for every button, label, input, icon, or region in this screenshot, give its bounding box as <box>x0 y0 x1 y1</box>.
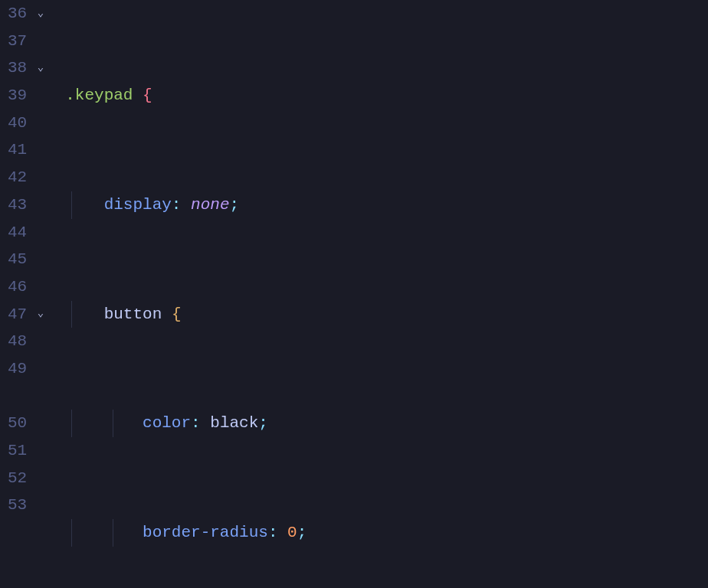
chevron-down-icon[interactable]: ⌄ <box>38 0 44 28</box>
semicolon: ; <box>230 196 240 214</box>
colon: : <box>172 196 182 214</box>
code-line: color: black; <box>65 410 708 437</box>
chevron-down-icon[interactable]: ⌄ <box>38 54 44 82</box>
selector-element: button <box>104 305 162 323</box>
line-number: 47⌄ <box>8 301 27 328</box>
line-number: 41 <box>8 136 27 164</box>
line-number: 36⌄ <box>8 0 27 28</box>
line-number-gutter: 36⌄ 37 38⌄ 39 40 41 42 43 44 45 46 47⌄ 4… <box>0 0 47 588</box>
css-property: display <box>104 196 172 214</box>
css-number: 0 <box>287 524 297 541</box>
brace-open: { <box>172 305 182 323</box>
css-property: border-radius <box>143 524 268 541</box>
line-number: 50 <box>8 410 27 437</box>
line-number: 43 <box>8 191 27 219</box>
line-number: 52 <box>8 465 27 492</box>
line-number: 51 <box>8 437 27 465</box>
chevron-down-icon[interactable]: ⌄ <box>38 301 44 328</box>
code-line: button { <box>65 301 708 328</box>
code-line: border-radius: 0; <box>65 519 708 547</box>
line-number: 48 <box>8 328 27 355</box>
line-number: 37 <box>8 28 27 55</box>
selector-class: .keypad <box>65 87 133 104</box>
line-number: 38⌄ <box>8 54 27 82</box>
brace-open: { <box>143 87 152 104</box>
code-editor: 36⌄ 37 38⌄ 39 40 41 42 43 44 45 46 47⌄ 4… <box>0 0 708 588</box>
code-line: .keypad { <box>65 82 708 109</box>
line-number: 49 <box>8 355 27 383</box>
line-number: 53 <box>8 492 27 519</box>
line-number: 39 <box>8 82 27 109</box>
line-number: 45 <box>8 246 27 273</box>
css-property: color <box>143 414 191 432</box>
code-line: display: none; <box>65 191 708 219</box>
line-number: 46 <box>8 273 27 301</box>
code-area[interactable]: .keypad { display: none; button { color:… <box>47 0 708 588</box>
css-value: black <box>210 414 258 432</box>
css-keyword: none <box>191 196 229 214</box>
line-number: 40 <box>8 109 27 137</box>
line-number: 42 <box>8 164 27 191</box>
line-number: 44 <box>8 219 27 247</box>
line-number <box>8 383 27 410</box>
